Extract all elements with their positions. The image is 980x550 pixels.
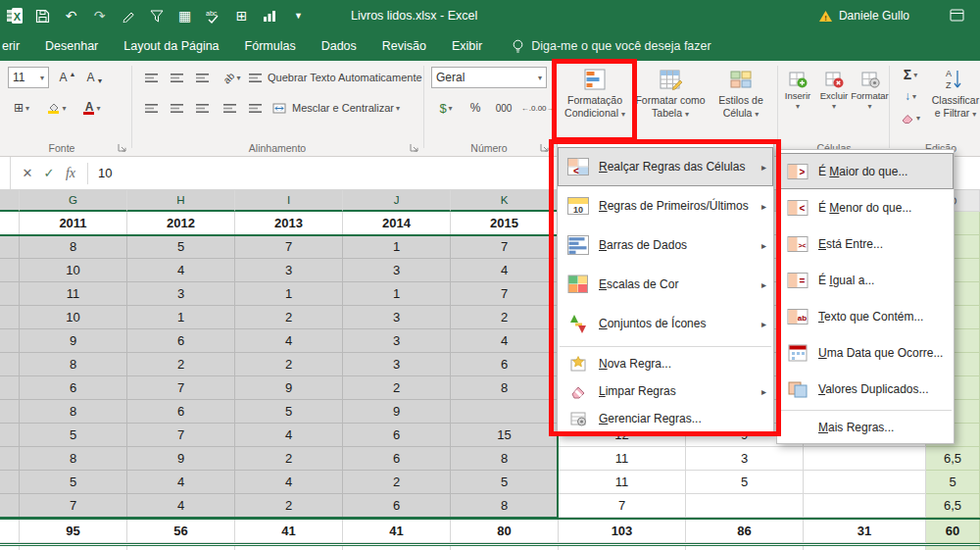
menu-item-valores-duplicados[interactable]: Valores Duplicados... — [777, 371, 954, 407]
tab-formulas[interactable]: Fórmulas — [245, 39, 296, 53]
grid-cell[interactable] — [0, 376, 20, 400]
align-middle-button[interactable] — [165, 67, 188, 88]
grid-cell[interactable] — [0, 494, 20, 518]
number-format-select[interactable]: Geral ▾ — [431, 67, 547, 88]
insert-function-button[interactable]: fx — [60, 166, 81, 181]
grid-cell[interactable] — [0, 520, 20, 543]
grid-cell[interactable] — [343, 546, 451, 550]
grid-cell[interactable] — [0, 259, 20, 282]
comma-style-button[interactable]: 000 — [490, 96, 517, 120]
font-size-select[interactable]: 11 ▾ — [8, 67, 49, 88]
menu-item-limpar-regras[interactable]: Limpar Regras▸ — [558, 377, 773, 405]
increase-decimal-button[interactable]: ←.0 — [520, 96, 536, 120]
column-header[interactable]: G — [20, 190, 127, 212]
decrease-decimal-button[interactable]: .00→ — [537, 96, 553, 120]
grid-cell[interactable]: 11 — [559, 447, 686, 471]
grid-cell[interactable]: 4 — [235, 329, 343, 353]
column-header[interactable]: K — [451, 190, 559, 212]
grid-cell[interactable]: 9 — [20, 329, 127, 353]
grid-cell[interactable]: 15 — [451, 424, 559, 447]
grid-cell[interactable]: 2 — [235, 494, 343, 518]
grid-cell[interactable] — [804, 471, 926, 494]
grid-cell[interactable]: 7 — [451, 235, 559, 259]
grid-cell[interactable]: 5 — [451, 471, 559, 494]
grid-cell[interactable] — [0, 424, 20, 447]
grid-cell[interactable]: 8 — [451, 376, 559, 400]
grid-cell[interactable] — [804, 494, 926, 518]
grid-cell[interactable] — [451, 400, 559, 424]
grid-cell[interactable]: 2 — [235, 353, 343, 376]
decrease-font-size-button[interactable]: A▼ — [82, 67, 108, 88]
grid-cell[interactable]: 6 — [20, 376, 127, 400]
menu-item-texto-que-contem[interactable]: abTexto que Contém... — [777, 298, 954, 334]
grid-cell[interactable]: 6 — [127, 400, 235, 424]
grid-cell[interactable]: 7 — [127, 424, 235, 447]
filter-button[interactable] — [148, 8, 165, 25]
grid-cell[interactable]: 3 — [343, 259, 451, 282]
grid-cell[interactable]: 11 — [559, 471, 686, 494]
grid-cell[interactable]: 10 — [20, 259, 127, 282]
grid-cell[interactable] — [0, 471, 20, 494]
grid-cell[interactable]: 5 — [20, 424, 127, 447]
percent-style-button[interactable]: % — [465, 96, 486, 120]
grid-cell[interactable]: 5 — [686, 471, 804, 494]
grid-cell[interactable]: 5 — [127, 235, 235, 259]
redo-button[interactable]: ↷ — [91, 8, 108, 25]
grid-cell[interactable]: 4 — [235, 424, 343, 447]
grid-cell[interactable]: 2012 — [127, 212, 235, 235]
tab-desenhar[interactable]: Desenhar — [45, 39, 98, 53]
grid-cell[interactable]: 3 — [343, 353, 451, 376]
grid-cell[interactable]: 4 — [451, 329, 559, 353]
grid-cell[interactable]: 2014 — [343, 212, 451, 235]
grid-cell[interactable] — [804, 447, 926, 471]
grid-cell[interactable] — [686, 546, 804, 550]
autosum-button[interactable]: Σ ▾ — [894, 65, 927, 84]
grid-cell[interactable] — [451, 546, 559, 550]
fonte-dialog-launcher[interactable] — [118, 143, 128, 154]
grid-cell[interactable]: 7 — [451, 282, 559, 306]
grid-cell[interactable]: 9 — [127, 447, 235, 471]
column-header[interactable] — [0, 190, 20, 212]
tab-dados[interactable]: Dados — [321, 39, 357, 53]
grid-cell[interactable] — [0, 447, 20, 471]
align-center-button[interactable] — [165, 96, 188, 120]
chart-button[interactable] — [262, 8, 278, 25]
grid-cell[interactable]: 6,5 — [926, 494, 980, 518]
grid-cell[interactable]: 6 — [127, 329, 235, 353]
menu-item-gerenciar-regras[interactable]: Gerenciar Regras... — [558, 405, 773, 432]
font-color-button[interactable]: A ▾ — [76, 96, 108, 120]
grid-cell[interactable]: 2 — [235, 306, 343, 329]
menu-item-escalas-de-cor[interactable]: Escalas de Cor▸ — [558, 265, 773, 304]
cancel-entry-button[interactable]: ✕ — [17, 166, 38, 180]
grid-cell[interactable]: 86 — [686, 520, 804, 543]
menu-item-mais-regras[interactable]: Mais Regras... — [777, 414, 954, 440]
grid-cell[interactable]: 8 — [451, 494, 559, 518]
column-header[interactable]: H — [127, 190, 235, 212]
grid-cell[interactable]: 6 — [343, 494, 451, 518]
grid-cell[interactable]: 3 — [686, 447, 804, 471]
grid-cell[interactable] — [0, 212, 20, 235]
menu-item-realcar-regras-das-celulas[interactable]: <Realçar Regras das Células▸ — [558, 147, 773, 186]
grid-cell[interactable]: 2 — [235, 447, 343, 471]
grid-cell[interactable] — [127, 546, 235, 550]
grid-cell[interactable]: 95 — [20, 520, 127, 543]
qat-menu-caret[interactable]: ▼ — [290, 8, 307, 25]
menu-item-uma-data-que-ocorre[interactable]: Uma Data que Ocorre... — [777, 334, 954, 371]
fill-button[interactable]: ↓ ▾ — [894, 86, 927, 106]
grid-cell[interactable]: 56 — [127, 520, 235, 543]
grid-cell[interactable]: 1 — [127, 306, 235, 329]
grid-cell[interactable]: 80 — [451, 520, 559, 543]
grid-cell[interactable] — [804, 546, 926, 550]
draw-pen-button[interactable] — [120, 8, 136, 25]
grid-cell[interactable]: 60 — [926, 520, 980, 543]
grid-cell[interactable]: 7 — [127, 376, 235, 400]
grid-cell[interactable]: 3 — [343, 329, 451, 353]
grid-cell[interactable]: 1 — [343, 282, 451, 306]
grid-cell[interactable]: 41 — [343, 520, 451, 543]
menu-item-regras-de-primeiros-ultimos[interactable]: 10Regras de Primeiros/Últimos▸ — [558, 186, 773, 225]
grid-cell[interactable] — [0, 329, 20, 353]
grid-cell[interactable] — [0, 282, 20, 306]
grid-cell[interactable]: 8 — [20, 400, 127, 424]
merge-center-button[interactable]: Mesclar e Centralizar ▾ — [272, 96, 419, 120]
grid-cell[interactable]: 7 — [20, 494, 127, 518]
